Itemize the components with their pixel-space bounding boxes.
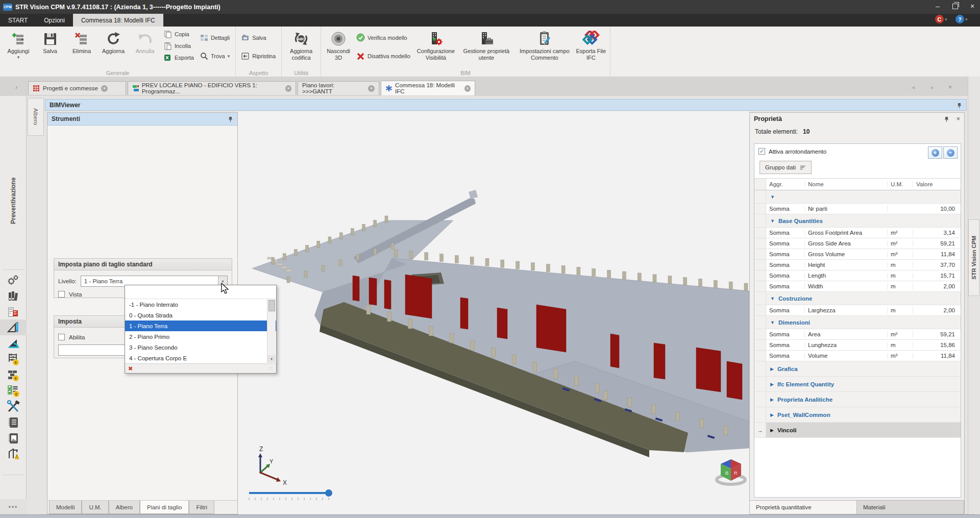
gestione-proprieta-utente-button[interactable]: Gestione proprietà utente <box>458 28 514 61</box>
sidebar-more-button[interactable]: ••• <box>0 499 27 514</box>
sidebar-item-settings[interactable] <box>0 272 27 288</box>
sidebar-item-notebook[interactable] <box>0 414 27 430</box>
resize-grip[interactable]: ∷ <box>270 366 273 371</box>
sidebar-item-crane-warning[interactable]: ! <box>0 446 27 462</box>
group-by-chip[interactable]: Gruppo dati <box>760 161 812 174</box>
tab-commessa-18-modelli-ifc[interactable]: Commessa 18: Modelli IFC × <box>381 81 475 95</box>
tab-scroll-right-icon[interactable]: ▸ <box>931 84 934 91</box>
group-row-dimensioni[interactable]: ▼Dimensioni <box>754 316 961 329</box>
col-um[interactable]: U.M. <box>888 181 913 187</box>
ripristina-button[interactable]: Ripristina <box>241 51 276 61</box>
tab-prev-locale-piano[interactable]: PREV LOCALE PIANO - EDIFICIO VERS 1: Pro… <box>128 81 296 95</box>
sidebar-item-protractor[interactable] <box>0 335 27 351</box>
table-row[interactable]: SommaGross Volumem³11,84 <box>754 249 961 260</box>
clear-selection-icon[interactable]: ✖ <box>128 365 133 372</box>
table-row[interactable]: SommaAream²59,21 <box>754 329 961 340</box>
nascondi-3d-button[interactable]: Nascondi 3D <box>324 28 353 61</box>
table-row[interactable]: SommaLengthm15,71 <box>754 270 961 281</box>
group-row-blank[interactable]: ▼ <box>754 190 961 204</box>
close-icon[interactable]: × <box>101 85 108 92</box>
table-row[interactable]: SommaVolumem³11,84 <box>754 351 961 361</box>
menu-start[interactable]: START <box>0 14 36 27</box>
group-row-pset-wallcommon[interactable]: ▶Pset_WallCommon <box>754 407 961 423</box>
sidebar-item-abacus-cost[interactable]: € <box>0 351 27 367</box>
group-row-grafica[interactable]: ▶Grafica <box>754 361 961 377</box>
close-icon[interactable]: × <box>285 85 291 92</box>
sidebar-title[interactable]: Preventivazione <box>0 144 27 257</box>
sidebar-item-tools[interactable] <box>0 399 27 414</box>
close-icon[interactable]: × <box>957 115 960 122</box>
abilita-checkbox[interactable] <box>58 334 65 340</box>
help-menu-button[interactable]: ? ▾ <box>955 15 968 23</box>
col-aggr[interactable]: Aggr. <box>766 181 805 187</box>
minimize-button[interactable]: – <box>930 0 945 12</box>
dropdown-option[interactable]: 0 - Quota Strada <box>125 310 276 320</box>
table-row[interactable]: SommaLarghezzam2,00 <box>754 305 961 316</box>
aggiorna-codifica-button[interactable]: ABC Aggiorna codifica <box>284 28 318 61</box>
dropdown-option-selected[interactable]: 1 - Piano Terra <box>125 320 276 331</box>
group-row-vincoli-selected[interactable]: →▶Vincoli <box>754 423 961 438</box>
sidebar-item-notebook-image[interactable] <box>0 430 27 446</box>
disattiva-modello-button[interactable]: Disattiva modello <box>356 51 410 61</box>
esporta-file-ifc-button[interactable]: Esporta File IFC <box>575 28 607 61</box>
annulla-button[interactable]: Annulla <box>129 28 161 55</box>
sidebar-item-checklist-cost[interactable]: € <box>0 383 27 399</box>
tab-expand-icon[interactable]: › <box>15 84 17 91</box>
group-row-costruzione[interactable]: ▼Costruzione <box>754 292 961 305</box>
dropdown-option-empty[interactable] <box>125 285 276 299</box>
tab-scroll-left-icon[interactable]: ◂ <box>912 84 915 91</box>
configurazione-visibilita-button[interactable]: Configurazione Visibilità <box>413 28 458 61</box>
table-row[interactable]: SommaHeightm37,70 <box>754 260 961 270</box>
verifica-modello-button[interactable]: Verifica modello <box>356 33 410 43</box>
tab-filtri[interactable]: Filtri <box>189 501 214 514</box>
sidebar-item-bricks-cost[interactable]: € <box>0 367 27 383</box>
close-icon[interactable]: × <box>464 85 471 92</box>
sidebar-item-misure-active[interactable] <box>0 319 27 335</box>
tab-albero[interactable]: Albero <box>109 501 140 514</box>
esporta-button[interactable]: Esporta <box>164 53 194 63</box>
group-row-proprieta-analitiche[interactable]: ▶Proprieta Analitiche <box>754 392 961 407</box>
dropdown-option[interactable]: 3 - Piano Secondo <box>125 342 276 353</box>
sidebar-item-library[interactable] <box>0 288 27 304</box>
dropdown-option[interactable]: 4 - Copertura Corpo E <box>125 353 276 363</box>
scroll-down-icon[interactable]: ▾ <box>267 355 276 363</box>
dropdown-scrollbar[interactable]: ▾ <box>267 299 276 363</box>
table-row[interactable]: SommaNr parti10,00 <box>754 204 961 214</box>
close-button[interactable]: × <box>965 0 980 12</box>
tab-modelli[interactable]: Modelli <box>49 501 82 514</box>
expand-all-button[interactable]: + <box>928 146 942 159</box>
group-row-ifc-element-quantity[interactable]: ▶Ifc Element Quantity <box>754 377 961 392</box>
col-nome[interactable]: Nome <box>805 181 888 187</box>
scrollbar-thumb[interactable] <box>268 300 275 311</box>
arrotondamento-checkbox[interactable]: ✓ <box>758 148 765 155</box>
aggiungi-button[interactable]: Aggiungi ▾ <box>3 28 34 60</box>
tab-str-vision-cpm[interactable]: STR Vision CPM <box>968 219 979 296</box>
salva-aspetto-button[interactable]: Salva <box>241 33 276 43</box>
sidebar-item-building-estimate[interactable] <box>0 304 27 319</box>
group-row-base-quantities[interactable]: ▼Base Quantities <box>754 214 961 228</box>
tab-proprieta-quantitative[interactable]: Proprietà quantitative <box>750 501 857 514</box>
dettagli-button[interactable]: Dettagli <box>200 33 230 43</box>
tab-um[interactable]: U.M. <box>82 501 108 514</box>
dropdown-option[interactable]: 2 - Piano Primo <box>125 331 276 342</box>
menu-opzioni[interactable]: Opzioni <box>36 14 73 27</box>
tab-progetti-e-commesse[interactable]: Progetti e commesse × <box>28 81 126 95</box>
3d-viewport[interactable]: Z Y X B R <box>238 111 749 514</box>
table-row[interactable]: SommaWidthm2,00 <box>754 281 961 292</box>
orientation-cube[interactable]: B R <box>717 459 745 484</box>
pin-icon[interactable] <box>228 116 233 122</box>
aggiorna-button[interactable]: Aggiorna <box>97 28 129 55</box>
pin-icon[interactable] <box>944 116 949 122</box>
brand-menu-button[interactable]: C ▾ <box>935 15 947 23</box>
menu-commessa-tab[interactable]: Commessa 18: Modelli IFC <box>73 14 163 27</box>
salva-button[interactable]: Salva <box>34 28 66 55</box>
pin-icon[interactable] <box>957 102 962 108</box>
close-icon[interactable]: × <box>368 85 375 92</box>
tab-piani-di-taglio[interactable]: Piani di taglio <box>140 501 189 514</box>
vista-checkbox[interactable] <box>58 291 65 298</box>
section-slider[interactable] <box>249 489 332 500</box>
tab-close-icon[interactable]: × <box>948 84 952 91</box>
col-valore[interactable]: Valore <box>913 181 958 187</box>
copia-button[interactable]: Copia <box>164 29 194 39</box>
table-row[interactable]: SommaGross Side Aream²59,21 <box>754 238 961 249</box>
